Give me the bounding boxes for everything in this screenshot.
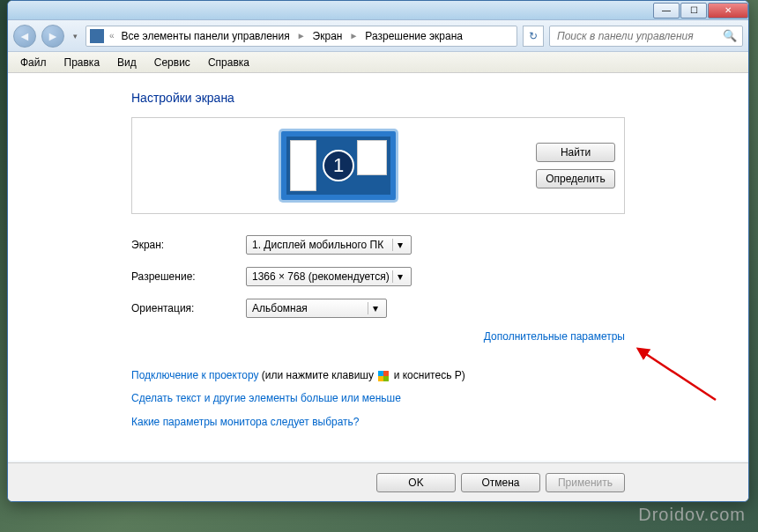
cancel-button[interactable]: Отмена [461,473,540,492]
close-button[interactable]: ✕ [708,3,748,18]
menu-edit[interactable]: Правка [57,55,108,70]
history-dropdown-icon[interactable]: ▾ [70,32,80,41]
projector-hint-1: (или нажмите клавишу [262,369,377,381]
control-panel-icon [90,29,104,43]
monitor-thumbnail[interactable]: 1 [281,131,396,200]
menu-help[interactable]: Справка [201,55,256,70]
search-input[interactable] [555,29,723,43]
back-button[interactable]: ◄ [13,25,36,48]
content-area: Настройки экрана 1 Найти Определить Экра… [8,73,748,461]
chevron-left-icon: « [108,31,116,41]
forward-button[interactable]: ► [41,25,64,48]
refresh-button[interactable]: ↻ [523,26,544,47]
links-block: Подключение к проектору (или нажмите кла… [131,364,625,433]
advanced-settings-link[interactable]: Дополнительные параметры [484,330,625,343]
maximize-button[interactable]: ☐ [680,3,707,18]
find-button[interactable]: Найти [536,143,615,162]
footer: OK Отмена Применить [8,462,748,501]
resolution-row: Разрешение: 1366 × 768 (рекомендуется) [131,267,625,286]
window-controls: — ☐ ✕ [652,3,748,18]
menu-view[interactable]: Вид [110,55,144,70]
orientation-row: Ориентация: Альбомная [131,299,625,318]
menu-service[interactable]: Сервис [147,55,197,70]
display-combo[interactable]: 1. Дисплей мобильного ПК [246,235,412,255]
apply-button[interactable]: Применить [546,473,625,492]
titlebar: — ☐ ✕ [8,1,748,20]
menu-bar: Файл Правка Вид Сервис Справка [8,52,748,73]
watermark: Droidov.com [638,505,746,525]
breadcrumb-item[interactable]: Все элементы панели управления [118,28,294,44]
monitor-number-badge: 1 [323,150,354,181]
page-title: Настройки экрана [131,91,625,105]
resolution-combo[interactable]: 1366 × 768 (рекомендуется) [246,267,412,286]
display-label: Экран: [131,239,246,251]
projector-link[interactable]: Подключение к проектору [131,369,259,381]
text-size-link[interactable]: Сделать текст и другие элементы больше и… [131,392,401,404]
display-row: Экран: 1. Дисплей мобильного ПК [131,235,625,255]
nav-bar: ◄ ► ▾ « Все элементы панели управления ►… [8,20,748,52]
which-settings-link[interactable]: Какие параметры монитора следует выбрать… [131,416,360,428]
breadcrumb-item[interactable]: Разрешение экрана [361,28,466,44]
orientation-label: Ориентация: [131,302,246,314]
resolution-label: Разрешение: [131,270,246,283]
control-panel-window: — ☐ ✕ ◄ ► ▾ « Все элементы панели управл… [7,0,749,502]
breadcrumb-item[interactable]: Экран [309,28,346,44]
chevron-right-icon: ► [347,31,360,41]
ok-button[interactable]: OK [376,473,456,492]
advanced-link-row: Дополнительные параметры [131,330,625,343]
windows-key-icon [378,371,389,381]
monitor-panel: 1 Найти Определить [131,117,625,214]
search-icon[interactable]: 🔍 [723,29,737,42]
breadcrumb[interactable]: « Все элементы панели управления ► Экран… [85,26,517,47]
projector-hint-2: и коснитесь P) [394,369,465,381]
search-box[interactable]: 🔍 [549,26,743,47]
minimize-button[interactable]: — [653,3,680,18]
chevron-right-icon: ► [295,31,308,41]
monitor-preview[interactable]: 1 [141,131,536,200]
orientation-combo[interactable]: Альбомная [246,299,387,318]
panel-buttons: Найти Определить [536,143,615,188]
menu-file[interactable]: Файл [13,55,54,70]
identify-button[interactable]: Определить [536,169,615,188]
